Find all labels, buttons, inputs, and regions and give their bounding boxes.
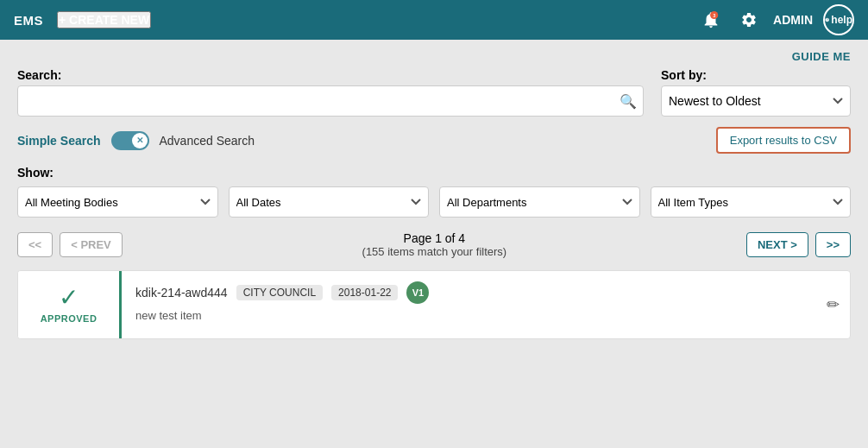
pagination-left: << < PREV bbox=[17, 232, 123, 257]
create-new-button[interactable]: + CREATE NEW bbox=[57, 11, 151, 28]
item-types-filter[interactable]: All Item Types bbox=[651, 186, 852, 218]
result-id: kdik-214-awd444 bbox=[135, 286, 228, 300]
app-title: EMS bbox=[14, 13, 43, 28]
settings-icon[interactable] bbox=[735, 6, 763, 34]
sort-label: Sort by: bbox=[661, 68, 851, 82]
status-text: APPROVED bbox=[41, 313, 97, 324]
departments-filter[interactable]: All Departments bbox=[439, 186, 640, 218]
page-info: Page 1 of 4 (155 items match your filter… bbox=[123, 231, 746, 258]
pagination-right: NEXT > >> bbox=[746, 232, 851, 257]
search-icon[interactable]: 🔍 bbox=[620, 93, 637, 110]
result-status-section: ✓ APPROVED bbox=[18, 271, 122, 338]
edit-icon[interactable]: ✏ bbox=[827, 295, 840, 314]
help-label: help bbox=[831, 14, 852, 26]
page-info-main: Page 1 of 4 bbox=[123, 231, 746, 245]
svg-text:3: 3 bbox=[713, 13, 715, 18]
result-tag-date: 2018-01-22 bbox=[331, 285, 398, 300]
page-info-sub: (155 items match your filters) bbox=[123, 245, 746, 258]
export-csv-button[interactable]: Export results to CSV bbox=[716, 127, 851, 154]
help-button[interactable]: help bbox=[823, 4, 854, 35]
prev-page-button[interactable]: < PREV bbox=[60, 232, 123, 257]
result-card: ✓ APPROVED kdik-214-awd444 CITY COUNCIL … bbox=[17, 270, 851, 339]
main-content: GUIDE ME Search: 🔍 Sort by: Newest to Ol… bbox=[0, 40, 868, 350]
result-title: new test item bbox=[135, 309, 802, 322]
result-body: kdik-214-awd444 CITY COUNCIL 2018-01-22 … bbox=[122, 271, 816, 338]
first-page-button[interactable]: << bbox=[17, 232, 53, 257]
simple-search-label[interactable]: Simple Search bbox=[17, 134, 101, 148]
search-input-wrapper: 🔍 bbox=[17, 85, 644, 117]
guide-me-button[interactable]: GUIDE ME bbox=[792, 50, 851, 63]
toggle-row: Simple Search ✕ Advanced Search Export r… bbox=[17, 127, 851, 154]
sort-select[interactable]: Newest to Oldest Oldest to Newest A to Z… bbox=[661, 85, 851, 117]
result-meta-row: kdik-214-awd444 CITY COUNCIL 2018-01-22 … bbox=[135, 281, 802, 304]
search-input[interactable] bbox=[17, 85, 644, 117]
guide-me-row: GUIDE ME bbox=[17, 50, 851, 63]
advanced-search-label[interactable]: Advanced Search bbox=[160, 134, 255, 148]
next-page-button[interactable]: NEXT > bbox=[746, 232, 808, 257]
search-group: Search: 🔍 bbox=[17, 68, 644, 117]
admin-label[interactable]: ADMIN bbox=[773, 13, 813, 27]
search-label: Search: bbox=[17, 68, 644, 82]
version-badge: V1 bbox=[406, 281, 429, 304]
result-tag-body: CITY COUNCIL bbox=[236, 285, 323, 300]
search-mode-toggle[interactable]: ✕ bbox=[111, 131, 149, 150]
toggle-circle: ✕ bbox=[132, 133, 148, 148]
result-actions: ✏ bbox=[816, 271, 850, 338]
pagination-row: << < PREV Page 1 of 4 (155 items match y… bbox=[17, 231, 851, 258]
sort-group: Sort by: Newest to Oldest Oldest to Newe… bbox=[661, 68, 851, 117]
notifications-icon[interactable]: 3 bbox=[697, 6, 725, 34]
dates-filter[interactable]: All Dates bbox=[229, 186, 430, 218]
nav-right-section: 3 ADMIN help bbox=[697, 4, 854, 35]
last-page-button[interactable]: >> bbox=[815, 232, 851, 257]
status-check-icon: ✓ bbox=[59, 286, 79, 310]
meeting-bodies-filter[interactable]: All Meeting Bodies bbox=[17, 186, 218, 218]
search-sort-row: Search: 🔍 Sort by: Newest to Oldest Olde… bbox=[17, 68, 851, 117]
filters-row: All Meeting Bodies All Dates All Departm… bbox=[17, 186, 851, 218]
show-label: Show: bbox=[17, 166, 851, 180]
top-navigation: EMS + CREATE NEW 3 ADMIN help bbox=[0, 0, 868, 40]
